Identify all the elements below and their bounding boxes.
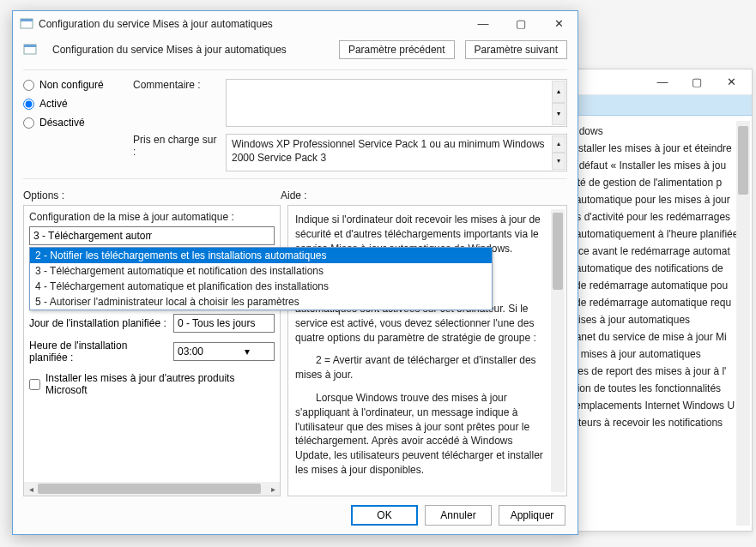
scroll-left-icon[interactable]: ◂ [24, 484, 38, 494]
divider [23, 178, 567, 179]
ok-button[interactable]: OK [351, 505, 418, 526]
dropdown-item[interactable]: 2 - Notifier les téléchargements et les … [30, 248, 492, 263]
header-row: Configuration du service Mises à jour au… [13, 37, 578, 66]
list-item[interactable]: ée automatiquement à l'heure planifiée [561, 225, 747, 243]
list-item[interactable]: tégies de report des mises à jour à l' [561, 363, 747, 380]
list-item[interactable]: e Mises à jour automatiques [561, 311, 747, 328]
bg-close-button[interactable]: ✕ [714, 69, 748, 95]
list-item[interactable]: par défaut « Installer les mises à jou [561, 157, 747, 174]
cancel-button[interactable]: Annuler [425, 505, 492, 526]
install-day-row: Jour de l'installation planifiée : 0 - T… [29, 314, 275, 333]
supported-text: Windows XP Professionnel Service Pack 1 … [226, 134, 567, 171]
radio-label: Non configuré [39, 79, 104, 91]
install-day-select[interactable]: 0 - Tous les jours [173, 314, 275, 333]
comment-textarea[interactable]: ▴ ▾ [226, 79, 567, 127]
scroll-right-icon[interactable]: ▸ [266, 484, 280, 494]
background-window: — ▢ ✕ Windows « Installer les mises à jo… [555, 69, 753, 532]
list-item[interactable]: intranet du service de mise à jour Mi [561, 328, 747, 346]
apply-button[interactable]: Appliquer [499, 505, 565, 526]
list-item[interactable]: nalité de gestion de l'alimentation p [561, 174, 747, 191]
bg-policy-list[interactable]: Windows « Installer les mises à jour et … [556, 121, 747, 433]
dropdown-current-value: 3 - Téléchargement automatique et notifi… [33, 230, 152, 242]
list-item[interactable]: des mises à jour automatiques [561, 346, 747, 363]
prev-setting-button[interactable]: Paramètre précédent [339, 40, 455, 59]
install-hour-label: Heure de l'installation planifiée : [29, 340, 168, 364]
dialog-title: Configuration du service Mises à jour au… [39, 18, 464, 30]
config-dropdown-label: Configuration de la mise à jour automati… [24, 206, 280, 226]
chevron-down-icon: ▾ [224, 346, 270, 358]
radio-not-configured[interactable]: Non configuré [23, 79, 126, 91]
radio-disabled-input[interactable] [23, 117, 34, 129]
svg-rect-3 [24, 45, 36, 47]
spin-up-icon[interactable]: ▴ [552, 81, 565, 103]
install-hour-select[interactable]: 03:00 ▾ [173, 342, 275, 361]
svg-rect-1 [21, 19, 33, 21]
config-dropdown[interactable]: 3 - Téléchargement automatique et notifi… [29, 226, 275, 245]
spin-up-icon[interactable]: ▴ [552, 135, 565, 153]
policy-icon [20, 17, 33, 31]
help-label: Aide : [281, 189, 307, 201]
dropdown-item[interactable]: 4 - Téléchargement automatique et planif… [30, 279, 492, 294]
bg-minimize-button[interactable]: — [645, 69, 680, 95]
radio-label: Activé [39, 98, 68, 110]
scroll-thumb[interactable] [38, 484, 261, 494]
list-item[interactable]: éance avant le redémarrage automat [561, 243, 747, 260]
options-panel: Configuration de la mise à jour automati… [23, 205, 281, 496]
list-item[interactable]: es emplacements Internet Windows U [561, 397, 747, 414]
help-scrollbar-thumb[interactable] [553, 213, 563, 290]
header-label: Configuration du service Mises à jour au… [52, 44, 329, 56]
spin-down-icon[interactable]: ▾ [552, 103, 565, 125]
dropdown-item[interactable]: 3 - Téléchargement automatique et notifi… [30, 263, 492, 279]
bg-titlebar: — ▢ ✕ [556, 69, 752, 95]
install-day-label: Jour de l'installation planifiée : [29, 317, 168, 329]
radio-label: Désactivé [39, 117, 85, 129]
supported-label: Pris en charge sur : [133, 134, 219, 158]
list-item[interactable]: isation de toutes les fonctionnalités [561, 380, 747, 397]
bg-scrollbar-thumb[interactable] [738, 126, 748, 195]
list-item[interactable]: ns de redémarrage automatique pou [561, 277, 747, 294]
options-horizontal-scrollbar[interactable]: ◂ ▸ [24, 482, 280, 496]
close-button[interactable]: ✕ [540, 11, 578, 37]
options-label: Options : [23, 189, 281, 201]
other-products-checkbox[interactable]: Installer les mises à jour d'autres prod… [29, 372, 275, 396]
divider [23, 69, 567, 70]
list-item[interactable]: Windows [561, 123, 747, 140]
radio-enabled-input[interactable] [23, 99, 34, 110]
state-radio-group: Non configuré Activé Désactivé [23, 79, 126, 129]
radio-disabled[interactable]: Désactivé [23, 117, 126, 129]
bg-toolbar [556, 95, 752, 116]
list-item[interactable]: « Installer les mises à jour et éteindre [561, 140, 747, 157]
list-item[interactable]: ures d'activité pour les redémarrages [561, 208, 747, 225]
bg-maximize-button[interactable]: ▢ [680, 69, 714, 95]
comment-label: Commentaire : [133, 79, 219, 91]
list-item[interactable]: strateurs à recevoir les notifications [561, 414, 747, 431]
config-dropdown-list[interactable]: 2 - Notifier les téléchargements et les … [29, 247, 493, 310]
policy-icon [23, 43, 37, 57]
checkbox-label: Installer les mises à jour d'autres prod… [45, 372, 275, 396]
bg-content: Windows « Installer les mises à jour et … [556, 116, 752, 531]
spin-down-icon[interactable]: ▾ [552, 153, 565, 170]
other-products-checkbox-input[interactable] [29, 379, 40, 390]
radio-enabled[interactable]: Activé [23, 98, 126, 110]
list-item[interactable]: ge automatique pour les mises à jour [561, 191, 747, 208]
minimize-button[interactable]: — [464, 11, 502, 37]
list-item[interactable]: ge automatique des notifications de [561, 260, 747, 277]
next-setting-button[interactable]: Paramètre suivant [465, 40, 567, 59]
maximize-button[interactable]: ▢ [502, 11, 540, 37]
install-hour-row: Heure de l'installation planifiée : 03:0… [29, 340, 275, 364]
dialog-button-row: OK Annuler Appliquer [13, 496, 578, 534]
bg-scrollbar[interactable] [736, 121, 750, 526]
titlebar: Configuration du service Mises à jour au… [13, 11, 578, 37]
dropdown-item[interactable]: 5 - Autoriser l'administrateur local à c… [30, 294, 492, 310]
help-scrollbar[interactable] [551, 209, 565, 492]
radio-not-configured-input[interactable] [23, 80, 34, 91]
policy-dialog: Configuration du service Mises à jour au… [12, 10, 578, 535]
list-item[interactable]: ns de redémarrage automatique requ [561, 294, 747, 311]
